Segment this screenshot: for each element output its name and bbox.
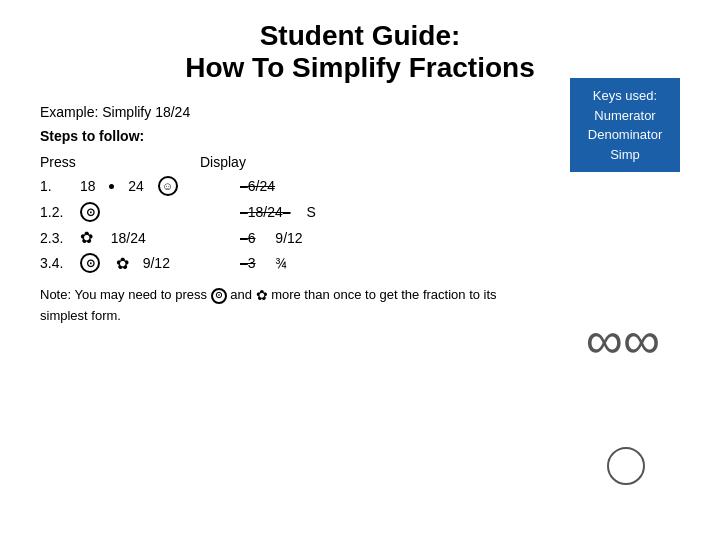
step-34-num: 3.4. — [40, 255, 80, 271]
note-flower-icon: ✿ — [256, 287, 268, 303]
flower-key-icon: ✿ — [80, 228, 93, 247]
step-1-display-val: –6/24 — [240, 178, 275, 194]
step-23-display-val: –6 — [240, 230, 256, 246]
step-12-display: –18/24– S — [240, 204, 440, 220]
step-23-result: 9/12 — [275, 230, 302, 246]
smiley-icon: ☺ — [158, 176, 178, 196]
col-display-header: Display — [140, 154, 340, 170]
step-1-press: 18 24 ☺ — [80, 176, 240, 196]
step-row-34: 3.4. ⊙ ✿ 9/12 –3 ¾ — [40, 253, 680, 273]
step-34-display: –3 ¾ — [240, 255, 440, 271]
step-12-num: 1.2. — [40, 204, 80, 220]
title-line1: Student Guide: — [40, 20, 680, 52]
step-12-press: ⊙ — [80, 202, 240, 222]
note-text-and: and — [230, 287, 255, 302]
oval-icon — [607, 447, 645, 485]
infinity-icon: ∞∞ — [586, 310, 660, 370]
col-press-header: Press — [40, 154, 140, 170]
step-row-23: 2.3. ✿ 18/24 –6 9/12 — [40, 228, 680, 247]
step-row-1: 1. 18 24 ☺ –6/24 — [40, 176, 680, 196]
page-container: Student Guide: How To Simplify Fractions… — [0, 0, 720, 540]
step-34-display-val: –3 — [240, 255, 256, 271]
step-1-display: –6/24 — [240, 178, 440, 194]
step-12-s: S — [307, 204, 316, 220]
step-34-press: ⊙ ✿ 9/12 — [80, 253, 240, 273]
step-row-12: 1.2. ⊙ –18/24– S — [40, 202, 680, 222]
step-23-num: 2.3. — [40, 230, 80, 246]
key-numerator: Numerator — [594, 108, 655, 123]
note-text-prefix: Note: You may need to press — [40, 287, 211, 302]
title-section: Student Guide: How To Simplify Fractions — [40, 20, 680, 84]
step-1-num: 1. — [40, 178, 80, 194]
step-23-display: –6 9/12 — [240, 230, 440, 246]
step-23-press: ✿ 18/24 — [80, 228, 240, 247]
circle-key-icon: ⊙ — [80, 202, 100, 222]
step-12-display-val: –18/24– — [240, 204, 291, 220]
keys-box: Keys used: Numerator Denominator Simp — [570, 78, 680, 172]
circle-key2-icon: ⊙ — [80, 253, 100, 273]
key-simp: Simp — [610, 147, 640, 162]
keys-label: Keys used: — [593, 88, 657, 103]
flower-key2-icon: ✿ — [116, 254, 129, 273]
note-section: Note: You may need to press ⊙ and ✿ more… — [40, 285, 500, 326]
key-denominator: Denominator — [588, 127, 662, 142]
dot-icon — [109, 184, 114, 189]
note-circle-icon: ⊙ — [211, 288, 227, 304]
step-34-result: ¾ — [275, 255, 287, 271]
